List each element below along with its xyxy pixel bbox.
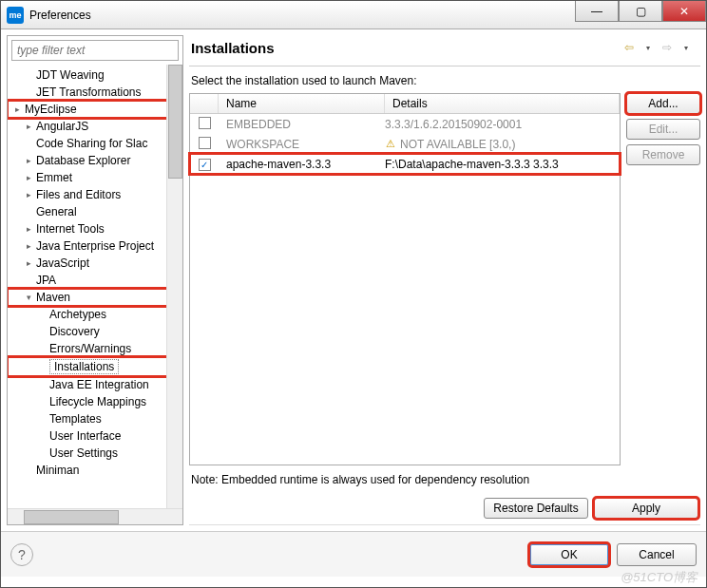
expander-icon[interactable]: ▸ (25, 174, 33, 182)
tree-item-label: Archetypes (49, 308, 106, 321)
ok-button[interactable]: OK (529, 543, 609, 566)
horizontal-scrollbar[interactable] (8, 508, 182, 524)
remove-button: Remove (626, 144, 700, 165)
window-controls: — ▢ ✕ (575, 1, 706, 28)
dialog-body: JDT WeavingJET Transformations▸MyEclipse… (1, 29, 706, 531)
tree-item-label: JDT Weaving (36, 68, 105, 82)
tree-item[interactable]: Lifecycle Mappings (8, 393, 182, 410)
nav-forward-icon[interactable]: ⇨ (659, 39, 676, 56)
scroll-thumb[interactable] (168, 65, 182, 179)
column-checkbox (190, 94, 219, 113)
tree-item[interactable]: Templates (8, 410, 182, 427)
filter-input[interactable] (11, 40, 179, 61)
tree-item[interactable]: ▸Emmet (8, 169, 182, 186)
row-checkbox[interactable]: ✓ (199, 159, 211, 171)
expander-icon (38, 381, 47, 389)
tree-item[interactable]: ▸Database Explorer (8, 152, 182, 169)
installations-table[interactable]: Name Details EMBEDDED3.3.3/1.6.2.2015090… (189, 93, 621, 465)
expander-icon (38, 328, 47, 336)
expander-icon[interactable]: ▸ (25, 259, 33, 268)
app-icon: me (7, 7, 24, 24)
table-row[interactable]: EMBEDDED3.3.3/1.6.2.20150902-0001 (190, 114, 620, 134)
nav-menu-icon[interactable]: ▾ (678, 39, 695, 56)
tree-item[interactable]: JPA (8, 272, 182, 289)
tree-item-label: Internet Tools (36, 222, 105, 236)
tree-item[interactable]: Discovery (8, 323, 182, 340)
instruction-text: Select the installation used to launch M… (189, 66, 700, 93)
tree-item[interactable]: General (8, 203, 182, 220)
tree-item[interactable]: Miniman (8, 462, 182, 479)
add-button[interactable]: Add... (626, 93, 700, 114)
cell-details: ⚠NOT AVAILABLE [3.0,) (385, 138, 620, 151)
tree-item[interactable]: Installations (8, 357, 182, 376)
close-button[interactable]: ✕ (662, 1, 706, 22)
table-row[interactable]: ✓apache-maven-3.3.3F:\Data\apache-maven-… (190, 154, 620, 174)
tree-item[interactable]: Code Sharing for Slac (8, 135, 182, 152)
nav-back-menu-icon[interactable]: ▾ (640, 39, 657, 56)
expander-icon (38, 449, 47, 458)
row-checkbox[interactable] (199, 117, 211, 129)
expander-icon[interactable]: ▸ (25, 123, 33, 131)
expander-icon[interactable]: ▸ (25, 157, 33, 165)
expander-icon (38, 415, 47, 424)
tree-item[interactable]: User Interface (8, 427, 182, 445)
expander-icon[interactable]: ▸ (13, 105, 22, 114)
tree-item[interactable]: ▾Maven (8, 289, 182, 306)
tree-item[interactable]: Java EE Integration (8, 376, 182, 393)
expander-icon[interactable]: ▸ (25, 191, 33, 199)
tree-item-label: Lifecycle Mappings (49, 395, 146, 408)
tree-item[interactable]: JDT Weaving (8, 66, 182, 84)
column-name[interactable]: Name (219, 94, 385, 113)
tree-item[interactable]: ▸Files and Editors (8, 186, 182, 203)
expander-icon (38, 432, 47, 441)
nav-back-icon[interactable]: ⇦ (621, 39, 638, 56)
expander-icon[interactable]: ▾ (25, 294, 33, 302)
tree-item[interactable]: User Settings (8, 445, 182, 462)
title-bar: me Preferences — ▢ ✕ (1, 1, 706, 29)
cell-name: WORKSPACE (219, 138, 385, 151)
tree-item-label: Java Enterprise Project (36, 239, 154, 253)
cancel-button[interactable]: Cancel (617, 543, 697, 566)
preferences-tree[interactable]: JDT WeavingJET Transformations▸MyEclipse… (8, 65, 182, 508)
tree-item[interactable]: JET Transformations (8, 84, 182, 101)
tree-item-label: JET Transformations (36, 85, 141, 99)
cell-name: apache-maven-3.3.3 (219, 158, 385, 171)
expander-icon[interactable]: ▸ (25, 242, 33, 251)
expander-icon (25, 71, 33, 80)
tree-item[interactable]: Archetypes (8, 306, 182, 323)
note-text: Note: Embedded runtime is always used fo… (189, 465, 700, 494)
tree-item[interactable]: ▸JavaScript (8, 255, 182, 272)
tree-item-label: Emmet (36, 171, 72, 184)
table-row[interactable]: WORKSPACE⚠NOT AVAILABLE [3.0,) (190, 134, 620, 154)
tree-item-label: JavaScript (36, 256, 89, 270)
tree-item-label: Templates (49, 412, 102, 426)
tree-item[interactable]: ▸Internet Tools (8, 220, 182, 237)
apply-button[interactable]: Apply (594, 498, 698, 519)
restore-defaults-button[interactable]: Restore Defaults (484, 498, 588, 519)
main-panel: Installations ⇦ ▾ ⇨ ▾ Select the install… (189, 35, 700, 525)
tree-item-label: Errors/Warnings (49, 342, 131, 355)
expander-icon (38, 345, 47, 353)
tree-item-label: Java EE Integration (49, 378, 149, 391)
tree-item-label: Database Explorer (36, 154, 130, 167)
cell-details: F:\Data\apache-maven-3.3.3 3.3.3 (385, 158, 620, 171)
expander-icon[interactable]: ▸ (25, 225, 33, 234)
tree-item[interactable]: ▸AngularJS (8, 118, 182, 135)
expander-icon (25, 88, 33, 97)
help-icon[interactable]: ? (10, 543, 33, 566)
side-buttons: Add... Edit... Remove (626, 93, 700, 465)
tree-item[interactable]: Errors/Warnings (8, 340, 182, 357)
scroll-thumb[interactable] (24, 510, 119, 524)
vertical-scrollbar[interactable] (166, 65, 182, 508)
tree-item[interactable]: ▸Java Enterprise Project (8, 237, 182, 255)
table-body: EMBEDDED3.3.3/1.6.2.20150902-0001WORKSPA… (190, 114, 620, 465)
maximize-button[interactable]: ▢ (619, 1, 662, 22)
row-checkbox[interactable] (199, 137, 211, 149)
window-title: Preferences (29, 9, 575, 22)
expander-icon (25, 140, 33, 148)
tree-item[interactable]: ▸MyEclipse (8, 101, 182, 118)
tree-item-label: Miniman (36, 464, 79, 477)
column-details[interactable]: Details (385, 94, 620, 113)
minimize-button[interactable]: — (575, 1, 619, 22)
tree-item-label: JPA (36, 274, 56, 287)
